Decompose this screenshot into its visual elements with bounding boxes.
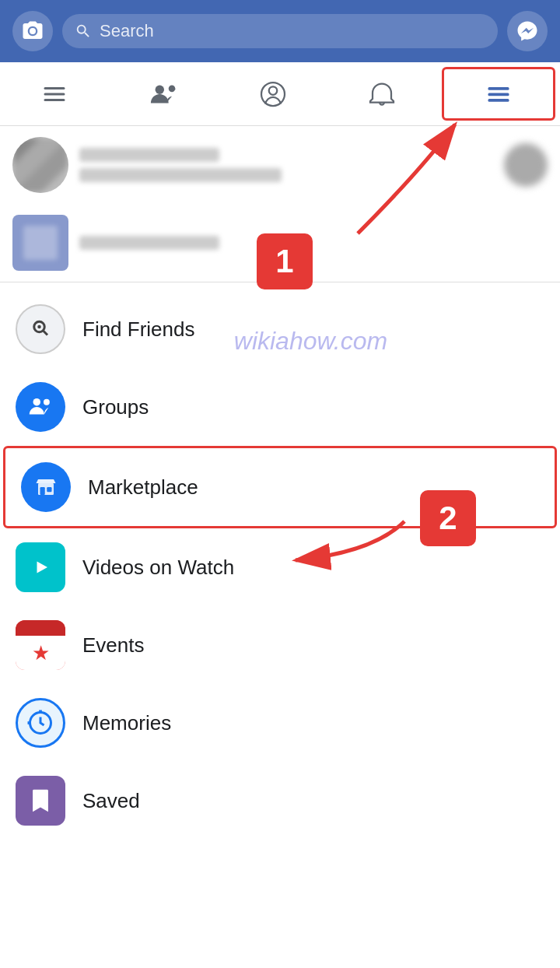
menu-item-videos[interactable]: Videos on Watch [0, 528, 560, 606]
marketplace-icon [21, 462, 71, 512]
memories-label: Memories [82, 711, 171, 735]
svg-rect-8 [488, 87, 509, 90]
svg-point-3 [155, 85, 163, 93]
events-icon: ★ [16, 620, 65, 670]
svg-rect-20 [47, 487, 51, 492]
menu-item-memories[interactable]: Memories [0, 684, 560, 762]
svg-point-7 [269, 86, 278, 95]
header: Search [0, 0, 560, 62]
svg-text:+: + [170, 84, 176, 93]
camera-button[interactable] [12, 11, 53, 51]
saved-icon [16, 776, 65, 826]
memories-icon [16, 698, 65, 748]
menu-item-events[interactable]: ★ Events [0, 606, 560, 684]
tab-menu[interactable] [442, 67, 555, 121]
svg-rect-2 [44, 99, 65, 101]
profile-text-2 [79, 236, 548, 250]
svg-line-15 [44, 331, 47, 335]
tab-home[interactable] [0, 62, 109, 125]
svg-rect-19 [40, 487, 45, 495]
svg-rect-9 [488, 93, 509, 96]
find-friends-icon [16, 304, 65, 354]
search-placeholder: Search [100, 21, 154, 41]
menu-item-groups[interactable]: Groups [0, 368, 560, 446]
tab-friends[interactable]: + [109, 62, 218, 125]
annotation-step-1: 1 [257, 233, 313, 289]
svg-point-14 [37, 325, 41, 329]
svg-point-16 [33, 398, 41, 406]
annotation-step-2: 2 [420, 490, 476, 546]
avatar-1 [12, 137, 68, 193]
tab-notifications[interactable] [327, 62, 436, 125]
svg-rect-10 [488, 99, 509, 102]
profile-subtitle-1 [79, 168, 282, 182]
svg-marker-21 [37, 562, 48, 573]
menu-section: Find Friends Groups Marketplace [0, 282, 560, 840]
svg-point-17 [44, 399, 50, 405]
nav-tabs: + [0, 62, 560, 126]
videos-label: Videos on Watch [82, 556, 234, 580]
svg-rect-1 [44, 93, 65, 95]
avatar-2 [12, 215, 68, 271]
groups-label: Groups [82, 395, 149, 419]
profile-text-1 [79, 148, 493, 182]
messenger-button[interactable] [507, 11, 548, 51]
svg-rect-0 [44, 87, 65, 89]
videos-icon [16, 542, 65, 592]
profile-name-2 [79, 236, 219, 250]
marketplace-label: Marketplace [88, 475, 198, 500]
tab-profile[interactable] [219, 62, 327, 125]
menu-item-saved[interactable]: Saved [0, 762, 560, 840]
groups-icon [16, 382, 65, 432]
events-label: Events [82, 633, 145, 658]
saved-label: Saved [82, 789, 140, 813]
menu-item-find-friends[interactable]: Find Friends [0, 290, 560, 368]
profile-right-avatar [504, 143, 548, 187]
profile-item-1[interactable] [0, 126, 560, 204]
profile-name-1 [79, 148, 219, 162]
find-friends-label: Find Friends [82, 317, 195, 342]
search-bar[interactable]: Search [62, 14, 498, 48]
